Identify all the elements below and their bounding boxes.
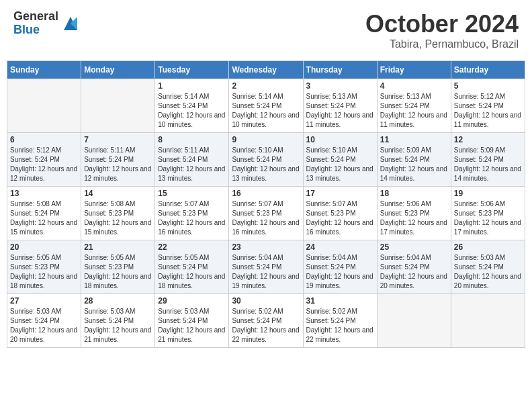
calendar-day-cell: 5Sunrise: 5:12 AMSunset: 5:24 PMDaylight… — [451, 79, 525, 133]
day-info: Sunrise: 5:03 AMSunset: 5:24 PMDaylight:… — [454, 253, 522, 291]
calendar-day-cell — [451, 294, 525, 348]
calendar-day-cell: 9Sunrise: 5:10 AMSunset: 5:24 PMDaylight… — [229, 133, 303, 187]
day-number: 10 — [306, 135, 374, 144]
calendar-day-cell: 20Sunrise: 5:05 AMSunset: 5:23 PMDayligh… — [7, 240, 81, 294]
calendar-day-cell — [7, 79, 81, 133]
day-number: 26 — [454, 242, 522, 252]
calendar-week-row: 20Sunrise: 5:05 AMSunset: 5:23 PMDayligh… — [7, 240, 525, 294]
calendar-day-cell: 6Sunrise: 5:12 AMSunset: 5:24 PMDaylight… — [7, 133, 81, 187]
day-info: Sunrise: 5:11 AMSunset: 5:24 PMDaylight:… — [84, 146, 152, 183]
day-info: Sunrise: 5:05 AMSunset: 5:24 PMDaylight:… — [158, 253, 226, 291]
day-info: Sunrise: 5:03 AMSunset: 5:24 PMDaylight:… — [158, 307, 226, 345]
day-info: Sunrise: 5:07 AMSunset: 5:23 PMDaylight:… — [158, 199, 226, 237]
location-subtitle: Tabira, Pernambuco, Brazil — [365, 38, 519, 50]
day-info: Sunrise: 5:06 AMSunset: 5:23 PMDaylight:… — [380, 199, 448, 237]
day-number: 19 — [454, 189, 522, 198]
logo-blue-text: Blue — [13, 24, 58, 37]
day-info: Sunrise: 5:12 AMSunset: 5:24 PMDaylight:… — [454, 92, 522, 130]
day-info: Sunrise: 5:04 AMSunset: 5:24 PMDaylight:… — [306, 253, 374, 291]
day-info: Sunrise: 5:09 AMSunset: 5:24 PMDaylight:… — [454, 146, 522, 183]
day-of-week-header: Saturday — [451, 61, 525, 79]
calendar-week-row: 6Sunrise: 5:12 AMSunset: 5:24 PMDaylight… — [7, 133, 525, 187]
calendar-day-cell: 8Sunrise: 5:11 AMSunset: 5:24 PMDaylight… — [155, 133, 229, 187]
day-number: 16 — [232, 189, 300, 198]
day-number: 12 — [454, 135, 522, 144]
day-info: Sunrise: 5:06 AMSunset: 5:23 PMDaylight:… — [454, 199, 522, 237]
calendar-day-cell: 13Sunrise: 5:08 AMSunset: 5:24 PMDayligh… — [7, 187, 81, 240]
calendar-day-cell: 17Sunrise: 5:07 AMSunset: 5:23 PMDayligh… — [303, 187, 377, 240]
calendar-day-cell: 12Sunrise: 5:09 AMSunset: 5:24 PMDayligh… — [451, 133, 525, 187]
page-header: General Blue October 2024 Tabira, Pernam… — [7, 7, 525, 54]
day-of-week-header: Friday — [377, 61, 451, 79]
day-number: 30 — [232, 296, 300, 306]
day-number: 8 — [158, 135, 226, 144]
calendar-day-cell: 24Sunrise: 5:04 AMSunset: 5:24 PMDayligh… — [303, 240, 377, 294]
day-info: Sunrise: 5:04 AMSunset: 5:24 PMDaylight:… — [232, 253, 300, 291]
day-info: Sunrise: 5:13 AMSunset: 5:24 PMDaylight:… — [306, 92, 374, 130]
day-number: 6 — [10, 135, 78, 144]
day-number: 20 — [10, 242, 78, 252]
calendar-day-cell: 26Sunrise: 5:03 AMSunset: 5:24 PMDayligh… — [451, 240, 525, 294]
calendar-day-cell: 23Sunrise: 5:04 AMSunset: 5:24 PMDayligh… — [229, 240, 303, 294]
day-number: 4 — [380, 81, 448, 91]
calendar-header: SundayMondayTuesdayWednesdayThursdayFrid… — [7, 61, 525, 79]
day-number: 5 — [454, 81, 522, 91]
calendar-day-cell: 29Sunrise: 5:03 AMSunset: 5:24 PMDayligh… — [155, 294, 229, 348]
title-section: October 2024 Tabira, Pernambuco, Brazil — [365, 10, 519, 50]
day-number: 22 — [158, 242, 226, 252]
day-number: 15 — [158, 189, 226, 198]
calendar-day-cell: 15Sunrise: 5:07 AMSunset: 5:23 PMDayligh… — [155, 187, 229, 240]
day-number: 13 — [10, 189, 78, 198]
calendar-day-cell: 7Sunrise: 5:11 AMSunset: 5:24 PMDaylight… — [81, 133, 155, 187]
day-number: 28 — [84, 296, 152, 306]
day-number: 9 — [232, 135, 300, 144]
day-number: 2 — [232, 81, 300, 91]
calendar-day-cell: 18Sunrise: 5:06 AMSunset: 5:23 PMDayligh… — [377, 187, 451, 240]
day-number: 29 — [158, 296, 226, 306]
day-of-week-header: Wednesday — [229, 61, 303, 79]
calendar-day-cell — [81, 79, 155, 133]
calendar-day-cell: 14Sunrise: 5:08 AMSunset: 5:23 PMDayligh… — [81, 187, 155, 240]
day-of-week-header: Sunday — [7, 61, 81, 79]
day-number: 11 — [380, 135, 448, 144]
day-info: Sunrise: 5:05 AMSunset: 5:23 PMDaylight:… — [10, 253, 78, 291]
calendar-day-cell: 1Sunrise: 5:14 AMSunset: 5:24 PMDaylight… — [155, 79, 229, 133]
calendar-day-cell: 21Sunrise: 5:05 AMSunset: 5:23 PMDayligh… — [81, 240, 155, 294]
calendar-day-cell: 4Sunrise: 5:13 AMSunset: 5:24 PMDaylight… — [377, 79, 451, 133]
day-info: Sunrise: 5:12 AMSunset: 5:24 PMDaylight:… — [10, 146, 78, 183]
logo: General Blue — [13, 10, 81, 37]
day-number: 27 — [10, 296, 78, 306]
days-of-week-row: SundayMondayTuesdayWednesdayThursdayFrid… — [7, 61, 525, 79]
day-number: 21 — [84, 242, 152, 252]
day-info: Sunrise: 5:04 AMSunset: 5:24 PMDaylight:… — [380, 253, 448, 291]
day-number: 1 — [158, 81, 226, 91]
calendar-day-cell: 19Sunrise: 5:06 AMSunset: 5:23 PMDayligh… — [451, 187, 525, 240]
calendar-day-cell: 10Sunrise: 5:10 AMSunset: 5:24 PMDayligh… — [303, 133, 377, 187]
day-info: Sunrise: 5:11 AMSunset: 5:24 PMDaylight:… — [158, 146, 226, 183]
day-number: 24 — [306, 242, 374, 252]
day-info: Sunrise: 5:05 AMSunset: 5:23 PMDaylight:… — [84, 253, 152, 291]
day-info: Sunrise: 5:10 AMSunset: 5:24 PMDaylight:… — [232, 146, 300, 183]
logo-icon — [60, 13, 81, 34]
calendar-day-cell: 11Sunrise: 5:09 AMSunset: 5:24 PMDayligh… — [377, 133, 451, 187]
calendar-day-cell: 3Sunrise: 5:13 AMSunset: 5:24 PMDaylight… — [303, 79, 377, 133]
day-info: Sunrise: 5:02 AMSunset: 5:24 PMDaylight:… — [306, 307, 374, 345]
calendar-day-cell: 30Sunrise: 5:02 AMSunset: 5:24 PMDayligh… — [229, 294, 303, 348]
day-number: 25 — [380, 242, 448, 252]
day-number: 23 — [232, 242, 300, 252]
calendar-week-row: 1Sunrise: 5:14 AMSunset: 5:24 PMDaylight… — [7, 79, 525, 133]
day-info: Sunrise: 5:08 AMSunset: 5:23 PMDaylight:… — [84, 199, 152, 237]
day-info: Sunrise: 5:10 AMSunset: 5:24 PMDaylight:… — [306, 146, 374, 183]
calendar-day-cell: 25Sunrise: 5:04 AMSunset: 5:24 PMDayligh… — [377, 240, 451, 294]
day-info: Sunrise: 5:08 AMSunset: 5:24 PMDaylight:… — [10, 199, 78, 237]
day-of-week-header: Tuesday — [155, 61, 229, 79]
day-info: Sunrise: 5:13 AMSunset: 5:24 PMDaylight:… — [380, 92, 448, 130]
calendar-day-cell: 2Sunrise: 5:14 AMSunset: 5:24 PMDaylight… — [229, 79, 303, 133]
day-info: Sunrise: 5:14 AMSunset: 5:24 PMDaylight:… — [158, 92, 226, 130]
month-title: October 2024 — [365, 10, 519, 38]
calendar-day-cell: 28Sunrise: 5:03 AMSunset: 5:24 PMDayligh… — [81, 294, 155, 348]
calendar-week-row: 13Sunrise: 5:08 AMSunset: 5:24 PMDayligh… — [7, 187, 525, 240]
calendar-day-cell: 31Sunrise: 5:02 AMSunset: 5:24 PMDayligh… — [303, 294, 377, 348]
day-number: 7 — [84, 135, 152, 144]
day-number: 17 — [306, 189, 374, 198]
